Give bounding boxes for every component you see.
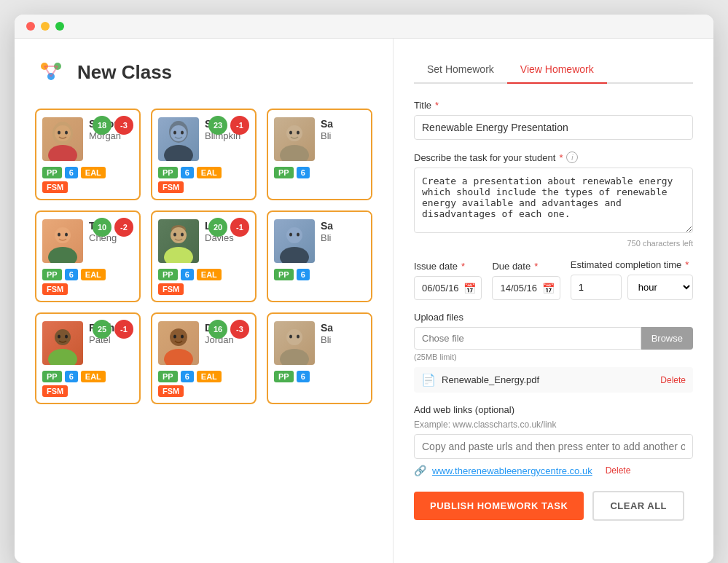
svg-point-35 bbox=[65, 335, 68, 339]
time-unit-select[interactable]: hour hours minutes bbox=[627, 275, 693, 300]
tag-pp: PP bbox=[274, 167, 294, 178]
svg-point-38 bbox=[173, 335, 176, 339]
publish-button[interactable]: PUBLISH HOMEWORK TASK bbox=[414, 492, 584, 520]
calendar-icon[interactable]: 📅 bbox=[542, 283, 555, 294]
title-input[interactable] bbox=[414, 115, 693, 140]
svg-point-37 bbox=[170, 328, 187, 346]
tag-year: 6 bbox=[297, 371, 310, 382]
required-marker: * bbox=[461, 261, 465, 272]
tag-pp: PP bbox=[274, 371, 294, 382]
tag-year: 6 bbox=[65, 167, 78, 178]
delta-badge: -1 bbox=[114, 320, 133, 339]
date-row: Issue date* 📅 Due date* 📅 bbox=[414, 259, 693, 300]
required-marker: * bbox=[534, 261, 538, 272]
tag-pp: PP bbox=[158, 167, 178, 178]
tab-view-homework[interactable]: View Homework bbox=[507, 56, 607, 84]
svg-point-28 bbox=[164, 247, 193, 263]
student-card-partial: Sa Bli PP 6 bbox=[267, 109, 372, 200]
file-input[interactable] bbox=[414, 327, 641, 350]
main-content: New Class 18 -3 Simon bbox=[15, 39, 713, 563]
svg-point-22 bbox=[65, 233, 68, 237]
student-tags: PP 6 EAL FSM bbox=[42, 269, 133, 295]
tag-eal: EAL bbox=[81, 269, 106, 280]
due-date-input-wrap: 📅 bbox=[492, 276, 560, 300]
browse-button[interactable]: Browse bbox=[641, 327, 693, 350]
maximize-button[interactable] bbox=[55, 22, 64, 31]
svg-point-30 bbox=[289, 233, 292, 237]
score-badge: 25 bbox=[93, 320, 111, 339]
avatar bbox=[274, 117, 315, 161]
char-count: 750 characters left bbox=[414, 239, 693, 248]
link-icon: 🔗 bbox=[414, 465, 426, 476]
svg-point-32 bbox=[280, 247, 309, 263]
avatar bbox=[42, 321, 83, 365]
calendar-icon[interactable]: 📅 bbox=[463, 283, 476, 294]
tag-eal: EAL bbox=[81, 371, 106, 382]
url-link[interactable]: www.therenewableenergycentre.co.uk bbox=[432, 465, 592, 476]
file-delete-link[interactable]: Delete bbox=[660, 375, 686, 385]
score-badges: 10 -2 bbox=[93, 218, 133, 237]
svg-point-40 bbox=[164, 349, 193, 365]
url-input[interactable] bbox=[414, 434, 693, 459]
app-logo-icon bbox=[35, 56, 67, 88]
svg-point-39 bbox=[181, 335, 184, 339]
left-panel: New Class 18 -3 Simon bbox=[15, 39, 394, 563]
file-limit: (25MB limit) bbox=[414, 353, 693, 361]
svg-point-42 bbox=[289, 335, 292, 339]
student-tags: PP 6 EAL FSM bbox=[42, 371, 133, 397]
svg-point-10 bbox=[65, 131, 68, 135]
student-tags: PP 6 EAL FSM bbox=[158, 371, 249, 397]
svg-point-18 bbox=[297, 131, 300, 135]
tag-eal: EAL bbox=[197, 269, 222, 280]
time-controls: hour hours minutes bbox=[571, 275, 693, 300]
tag-pp: PP bbox=[274, 269, 294, 280]
delta-badge: -1 bbox=[230, 218, 249, 237]
required-marker: * bbox=[559, 152, 563, 163]
minimize-button[interactable] bbox=[41, 22, 50, 31]
title-bar bbox=[15, 15, 713, 39]
app-title: New Class bbox=[77, 61, 172, 84]
tag-fsm: FSM bbox=[158, 283, 184, 295]
tab-set-homework[interactable]: Set Homework bbox=[414, 56, 507, 84]
score-badges: 20 -1 bbox=[208, 218, 249, 237]
tag-year: 6 bbox=[181, 269, 194, 280]
required-marker: * bbox=[435, 100, 439, 111]
score-badge: 23 bbox=[208, 116, 227, 135]
tag-pp: PP bbox=[158, 371, 178, 382]
tag-pp: PP bbox=[42, 371, 62, 382]
tag-eal: EAL bbox=[197, 167, 222, 178]
svg-point-21 bbox=[58, 233, 60, 237]
avatar bbox=[274, 321, 315, 365]
close-button[interactable] bbox=[26, 22, 35, 31]
score-badge: 18 bbox=[93, 116, 111, 135]
avatar bbox=[42, 219, 83, 263]
student-tags: PP 6 EAL FSM bbox=[158, 167, 249, 193]
upload-label: Upload files bbox=[414, 312, 693, 323]
weblinks-section: Add web links (optional) Example: www.cl… bbox=[414, 404, 693, 476]
due-date-label: Due date* bbox=[492, 261, 560, 272]
estimated-value-input[interactable] bbox=[571, 275, 622, 300]
tag-fsm: FSM bbox=[158, 385, 184, 397]
clear-button[interactable]: CLEAR ALL bbox=[592, 491, 684, 521]
issue-date-label: Issue date* bbox=[414, 261, 482, 272]
tag-year: 6 bbox=[181, 167, 194, 178]
student-tags: PP 6 EAL FSM bbox=[158, 269, 249, 295]
svg-point-23 bbox=[48, 247, 77, 263]
info-icon: i bbox=[566, 151, 578, 163]
file-name: Renewable_Energy.pdf bbox=[442, 374, 654, 385]
score-badge: 16 bbox=[208, 320, 227, 339]
avatar bbox=[274, 219, 315, 263]
student-card-partial: Sa Bli PP 6 bbox=[267, 312, 372, 404]
tag-pp: PP bbox=[42, 269, 62, 280]
tag-pp: PP bbox=[42, 167, 62, 178]
svg-point-9 bbox=[58, 131, 60, 135]
description-textarea[interactable]: Create a presentation about renewable en… bbox=[414, 168, 693, 233]
tag-fsm: FSM bbox=[42, 181, 68, 193]
svg-point-41 bbox=[286, 329, 302, 345]
url-delete-link[interactable]: Delete bbox=[606, 465, 631, 476]
tag-fsm: FSM bbox=[42, 385, 68, 397]
due-date-group: Due date* 📅 bbox=[492, 261, 560, 300]
svg-point-43 bbox=[297, 335, 300, 339]
tag-fsm: FSM bbox=[158, 181, 184, 193]
avatar bbox=[42, 117, 83, 161]
